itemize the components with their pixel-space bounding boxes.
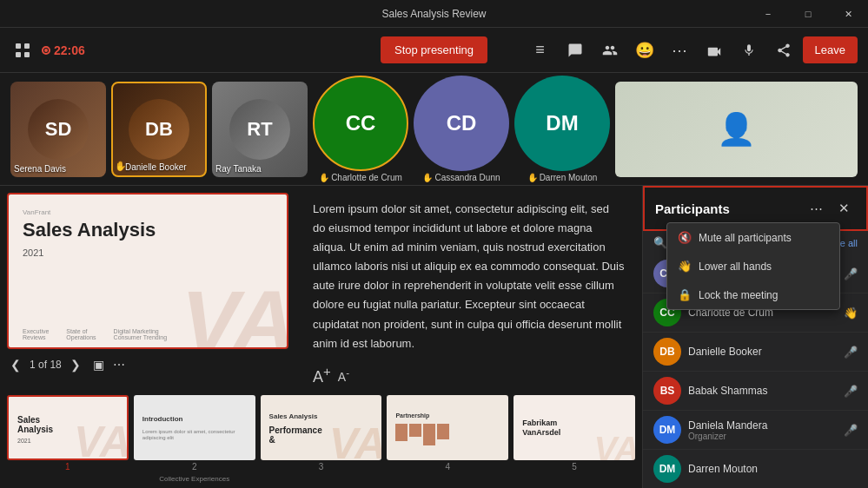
toolbar-right: ≡ 😀 ⋯ Leave — [494, 35, 858, 66]
slide-watermark: VA — [182, 278, 289, 349]
participant-thumb-ray[interactable]: RT Ray Tanaka — [212, 82, 308, 177]
svg-rect-1 — [24, 43, 30, 49]
more-slide-icon[interactable]: ⋯ — [113, 358, 125, 372]
slide-thumb-img-5[interactable]: VA FabrikamVanArsdel — [514, 395, 635, 460]
participant-avatar-cassandra[interactable]: CD — [414, 76, 509, 171]
camera-icon[interactable] — [699, 35, 730, 66]
slide-main: VanFrant Sales Analysis 2021 VA Executiv… — [0, 186, 642, 390]
slide-thumbnails: VA SalesAnalysis 2021 1 Introduction Lor… — [0, 390, 642, 488]
minimize-button[interactable]: − — [748, 0, 788, 28]
participants-header-icons: ⋯ ✕ — [804, 196, 856, 221]
slide-thumb-2[interactable]: Introduction Lorem ipsum dolor sit amet,… — [134, 395, 255, 483]
slide-thumb-img-3[interactable]: VA Sales Analysis Performance& — [261, 395, 382, 460]
mic-off-icon: 🔇 — [678, 231, 692, 244]
icons-babak: 🎤 — [844, 385, 858, 398]
participant-darren: DM ✋ Darren Mouton — [514, 76, 610, 182]
slide-thumb-4[interactable]: Partnership 4 — [387, 395, 508, 483]
avatar-babak: BS — [653, 377, 681, 405]
mute-all-label: Mute all participants — [699, 232, 792, 244]
participants-close-button[interactable]: ✕ — [832, 196, 856, 221]
participant-name-darren: Darren Mouton — [540, 173, 598, 182]
lower-hands-icon: 👋 — [678, 260, 692, 273]
slide-thumb-3[interactable]: VA Sales Analysis Performance& 3 — [261, 395, 382, 483]
participant-avatar-charlotte[interactable]: CC — [313, 76, 408, 171]
slide-preview-area: VanFrant Sales Analysis 2021 VA Executiv… — [0, 186, 295, 390]
close-button[interactable]: ✕ — [828, 0, 868, 28]
participant-charlotte: CC ✋ Charlotte de Crum — [313, 76, 408, 182]
mic-icon[interactable] — [733, 35, 765, 66]
slide-thumb-img-2[interactable]: Introduction Lorem ipsum dolor sit amet,… — [134, 395, 255, 460]
avatar-darren-mouton: DM — [653, 455, 681, 483]
mic-icon-daniela: 🎤 — [844, 424, 858, 437]
participant-item-darren-mouton: DM Darren Mouton — [643, 450, 868, 488]
hand-icon-cassandra: ✋ — [422, 173, 433, 182]
participant-name-cassandra: Cassandra Dunn — [434, 173, 500, 182]
participant-thumb-serena[interactable]: SD Serena Davis — [10, 82, 106, 177]
slide-thumb-5[interactable]: VA FabrikamVanArsdel 5 — [514, 395, 635, 483]
prev-slide-button[interactable]: ❮ — [7, 356, 24, 373]
participant-danielle: DB ✋ Danielle Booker — [111, 82, 207, 177]
emoji-icon[interactable]: 😀 — [629, 35, 660, 66]
mute-all-menu-item[interactable]: 🔇 Mute all participants — [667, 223, 839, 252]
info-danielle-booker: Danielle Booker — [688, 346, 837, 358]
increase-text-btn[interactable]: A+ — [313, 364, 331, 386]
next-slide-button[interactable]: ❯ — [67, 356, 84, 373]
hand-icon-darren: ✋ — [527, 173, 538, 182]
participants-header: Participants ⋯ ✕ 🔇 Mute all participants… — [643, 186, 868, 231]
participants-more-button[interactable]: ⋯ — [804, 196, 828, 221]
participants-sidebar: Participants ⋯ ✕ 🔇 Mute all participants… — [642, 186, 868, 488]
more-options-icon[interactable]: ≡ — [525, 35, 556, 66]
lock-meeting-menu-item[interactable]: 🔒 Lock the meeting — [667, 280, 839, 309]
thumb-2-label: Collective Experiences — [134, 475, 255, 483]
info-daniela: Daniela Mandera Organizer — [688, 419, 837, 441]
avatar-daniela: DM — [653, 416, 681, 444]
participant-item-babak: BS Babak Shammas 🎤 — [643, 372, 868, 411]
name-babak: Babak Shammas — [688, 385, 837, 397]
lock-meeting-label: Lock the meeting — [699, 289, 778, 301]
slide-thumb-img-1[interactable]: VA SalesAnalysis 2021 — [7, 395, 129, 460]
participant-name-danielle: Danielle Booker — [125, 162, 187, 172]
participant-thumb-danielle[interactable]: DB ✋ Danielle Booker — [111, 82, 207, 177]
chat-icon[interactable] — [560, 35, 591, 66]
participant-name-ray: Ray Tanaka — [215, 164, 262, 174]
participant-ray: RT Ray Tanaka — [212, 82, 308, 177]
context-menu: 🔇 Mute all participants 👋 Lower all hand… — [666, 222, 840, 310]
slide-thumb-1[interactable]: VA SalesAnalysis 2021 1 — [7, 395, 129, 483]
window-controls: − □ ✕ — [748, 0, 868, 28]
lock-icon: 🔒 — [678, 288, 692, 301]
hand-icon-charlotte-list: 👋 — [844, 307, 858, 320]
footer-label-1: ExecutiveReviews — [23, 328, 49, 340]
video-participants-row: SD Serena Davis DB ✋ Danielle Booker RT … — [0, 73, 868, 186]
icons-danielle-booker: 🎤 — [844, 346, 858, 359]
participants-icon[interactable] — [594, 35, 626, 66]
slide-thumb-num-1: 1 — [7, 462, 129, 472]
toolbar: 22:06 Stop presenting ≡ 😀 ⋯ Leave — [0, 28, 868, 73]
name-danielle-booker: Danielle Booker — [688, 346, 837, 358]
leave-button[interactable]: Leave — [803, 36, 858, 63]
lower-all-hands-menu-item[interactable]: 👋 Lower all hands — [667, 252, 839, 280]
slide-brand: VanFrant — [23, 208, 50, 216]
avatar-danielle-booker: DB — [653, 338, 681, 366]
title-bar: Sales Analysis Review − □ ✕ — [0, 0, 868, 28]
ellipsis-icon[interactable]: ⋯ — [664, 35, 695, 66]
copy-slide-icon[interactable]: ▣ — [93, 358, 104, 372]
decrease-text-btn[interactable]: A- — [338, 366, 349, 384]
participant-avatar-darren[interactable]: DM — [514, 76, 610, 171]
hand-icon-charlotte: ✋ — [319, 173, 329, 182]
call-timer: 22:06 — [42, 43, 85, 57]
grid-icon[interactable] — [10, 38, 35, 63]
role-daniela: Organizer — [688, 432, 837, 441]
main-slide: VanFrant Sales Analysis 2021 VA Executiv… — [7, 193, 288, 349]
icons-charlotte-crum: 👋 — [844, 307, 858, 320]
participants-panel-title: Participants — [655, 201, 730, 216]
slide-thumb-img-4[interactable]: Partnership — [387, 395, 508, 460]
slide-counter: 1 of 18 — [30, 359, 62, 371]
participant-name-charlotte: Charlotte de Crum — [331, 173, 402, 182]
info-babak: Babak Shammas — [688, 385, 837, 397]
participant-cassandra: CD ✋ Cassandra Dunn — [414, 76, 509, 182]
share-icon[interactable] — [768, 35, 799, 66]
stop-presenting-button[interactable]: Stop presenting — [381, 36, 487, 63]
maximize-button[interactable]: □ — [788, 0, 828, 28]
svg-rect-0 — [16, 43, 21, 49]
participant-name-serena: Serena Davis — [14, 164, 66, 174]
